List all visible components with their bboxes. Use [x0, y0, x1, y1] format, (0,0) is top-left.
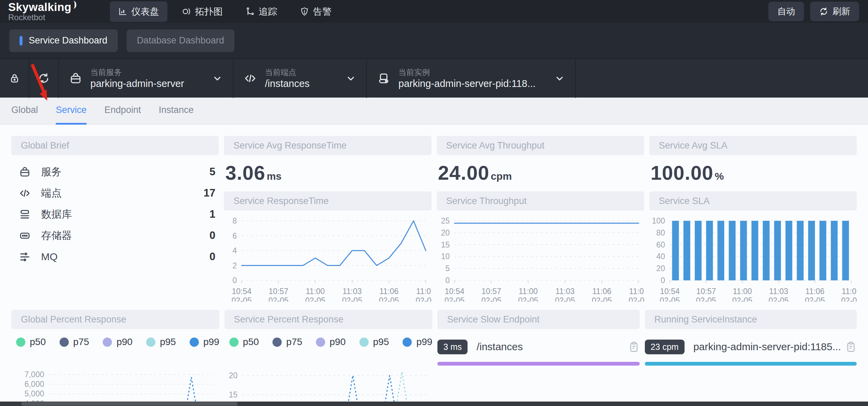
- metric-value: 100.00: [651, 161, 713, 184]
- card-title: Global Percent Response: [21, 314, 126, 325]
- nav-item-trace[interactable]: 追踪: [237, 1, 285, 22]
- svg-text:11:0602-05: 11:0602-05: [379, 287, 399, 302]
- nav-label: 告警: [313, 5, 332, 18]
- svg-text:11:0302-05: 11:0302-05: [555, 287, 575, 302]
- legend-label: p95: [373, 337, 389, 347]
- svg-text:20: 20: [229, 371, 238, 380]
- scrollbar-thumb[interactable]: [21, 402, 238, 406]
- mq-icon: [19, 251, 31, 263]
- selector-label: 当前服务: [90, 67, 203, 77]
- legend-item-p95: p95: [146, 337, 176, 347]
- brief-row-database: 数据库 1: [19, 204, 215, 225]
- current-instance-selector[interactable]: 当前实例 parking-admin-server-pid:118...: [367, 59, 575, 98]
- tab-instance[interactable]: Instance: [159, 105, 194, 125]
- copy-button[interactable]: [628, 341, 640, 353]
- brief-label: 存储器: [41, 229, 72, 243]
- svg-text:40: 40: [656, 252, 665, 261]
- refresh-button[interactable]: 刷新: [810, 2, 859, 21]
- svg-text:6,000: 6,000: [24, 380, 44, 389]
- card-title: Running ServiceInstance: [654, 314, 757, 325]
- card-title: Service SLA: [659, 196, 710, 206]
- svg-text:11:0602-05: 11:0602-05: [591, 287, 612, 302]
- reload-button[interactable]: [29, 72, 58, 85]
- card-title: Service Avg ResponseTime: [233, 140, 346, 151]
- context-selector-bar: 当前服务 parking-admin-server 当前端点 /instance…: [0, 58, 868, 98]
- code-icon: [19, 187, 31, 199]
- service-percent-response-chart: 0510152010:5402-0510:5702-0511:0002-0511…: [225, 358, 432, 406]
- svg-text:11:0902-05: 11:0902-05: [628, 287, 644, 302]
- global-brief-card: Global Brief 服务 5 端点 17 数据库 1: [11, 136, 219, 302]
- tab-database-dashboard[interactable]: Database Dashboard: [127, 29, 234, 52]
- card-title: Service Percent Response: [234, 314, 344, 325]
- svg-text:20: 20: [656, 264, 665, 273]
- svg-text:25: 25: [441, 216, 450, 225]
- metric-unit: cpm: [491, 170, 512, 182]
- svg-text:11:0902-05: 11:0902-05: [416, 287, 431, 302]
- database-icon: [19, 208, 31, 220]
- legend-item-p99: p99: [190, 337, 219, 347]
- legend-dot: [272, 338, 282, 347]
- tab-service-dashboard[interactable]: Service Dashboard: [9, 29, 118, 52]
- legend-label: p90: [116, 337, 132, 347]
- brief-value: 5: [209, 166, 215, 178]
- selector-value: parking-admin-server-pid:118...: [398, 77, 546, 90]
- svg-text:20: 20: [441, 228, 450, 237]
- nav-item-topology[interactable]: 拓扑图: [174, 1, 231, 22]
- svg-text:60: 60: [656, 240, 665, 249]
- reload-icon: [38, 72, 50, 85]
- auto-refresh-button[interactable]: 自动: [768, 2, 804, 21]
- svg-text:2: 2: [232, 261, 237, 270]
- brief-value: 0: [209, 251, 215, 263]
- nav-item-alarm[interactable]: 告警: [292, 1, 340, 22]
- top-navigation-bar: Skywalking Rocketbot 仪表盘 拓扑图 追踪 告警 自动 刷新: [0, 0, 868, 23]
- running-instance-row: 23 cpm parking-admin-server-pid:1185...: [645, 339, 857, 354]
- current-endpoint-selector[interactable]: 当前端点 /instances: [233, 59, 366, 98]
- legend-dot: [190, 338, 199, 347]
- card-header: Service ResponseTime: [224, 191, 431, 211]
- legend-label: p90: [330, 337, 346, 347]
- brief-row-mq: MQ 0: [19, 246, 215, 267]
- slow-endpoint-row: 3 ms /instances: [437, 339, 640, 354]
- card-header: Service Avg ResponseTime: [224, 136, 431, 155]
- current-service-selector[interactable]: 当前服务 parking-admin-server: [59, 59, 233, 98]
- service-box-icon: [19, 166, 31, 178]
- nav-label: 追踪: [259, 5, 277, 18]
- svg-text:10: 10: [441, 252, 450, 261]
- legend-label: p75: [286, 337, 302, 347]
- tab-service[interactable]: Service: [56, 105, 87, 125]
- card-title: Service Avg SLA: [659, 140, 728, 151]
- selector-value: parking-admin-server: [90, 77, 203, 90]
- legend-label: p99: [416, 337, 432, 347]
- legend-item-p75: p75: [60, 337, 89, 347]
- nav-item-dashboard[interactable]: 仪表盘: [110, 1, 167, 22]
- legend-item-p50: p50: [16, 337, 46, 347]
- cpm-badge: 23 cpm: [645, 340, 685, 354]
- tab-global[interactable]: Global: [11, 105, 38, 125]
- horizontal-scrollbar[interactable]: [0, 402, 868, 406]
- app-logo: Skywalking Rocketbot: [8, 1, 79, 22]
- global-brief-list: 服务 5 端点 17 数据库 1 存储器 0: [11, 161, 219, 267]
- svg-text:4: 4: [232, 246, 237, 255]
- svg-text:80: 80: [656, 228, 665, 237]
- legend-item-p90: p90: [316, 337, 346, 347]
- card-header: Global Brief: [11, 136, 219, 155]
- svg-text:10:5402-05: 10:5402-05: [232, 287, 252, 302]
- slow-endpoint-card: Service Slow Endpoint 3 ms /instances: [437, 310, 640, 406]
- legend-dot: [403, 338, 412, 347]
- card-header: Running ServiceInstance: [645, 310, 857, 329]
- metric-unit: %: [715, 170, 724, 182]
- svg-text:11:0002-05: 11:0002-05: [305, 287, 326, 302]
- brief-value: 0: [209, 229, 215, 242]
- service-throughput-chart: 051015202510:5402-0510:5702-0511:0002-05…: [437, 215, 644, 302]
- tab-endpoint[interactable]: Endpoint: [104, 105, 141, 125]
- copy-button[interactable]: [845, 341, 857, 353]
- svg-text:10:5402-05: 10:5402-05: [444, 287, 464, 302]
- legend-dot: [229, 338, 239, 347]
- svg-text:15: 15: [229, 390, 238, 399]
- lock-button[interactable]: [0, 73, 29, 84]
- legend-item-p99: p99: [403, 337, 432, 347]
- service-box-icon: [69, 72, 82, 85]
- tab-label: Global: [11, 105, 38, 115]
- svg-text:10:5702-05: 10:5702-05: [696, 287, 716, 302]
- legend-dot: [146, 338, 155, 347]
